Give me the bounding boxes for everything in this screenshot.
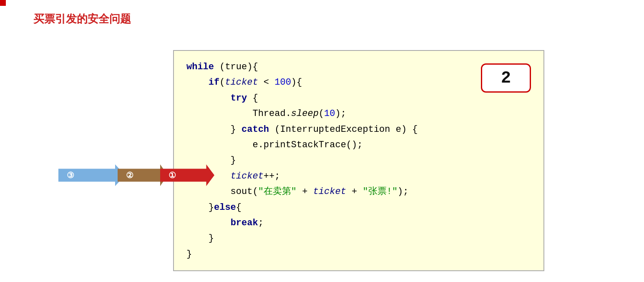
- code-block: 2 while (true){ if(ticket < 100){ try { …: [173, 50, 544, 271]
- arrow-3: ③: [58, 164, 125, 186]
- number-badge: 2: [481, 63, 531, 93]
- page-title: 买票引发的安全问题: [33, 12, 131, 26]
- code-content: while (true){ if(ticket < 100){ try { Th…: [186, 59, 531, 262]
- code-line-4: Thread.sleep(10);: [186, 106, 531, 121]
- code-line-10: }else{: [186, 200, 531, 215]
- code-line-8: ticket++;: [186, 169, 531, 184]
- code-line-1: while (true){: [186, 59, 531, 75]
- arrows-group: ③ ② ①: [58, 163, 207, 188]
- arrow-1: ①: [160, 164, 214, 186]
- code-line-2: if(ticket < 100){: [186, 75, 531, 90]
- code-line-13: }: [186, 247, 531, 262]
- code-line-12: }: [186, 231, 531, 246]
- code-line-11: break;: [186, 215, 531, 231]
- code-line-7: }: [186, 153, 531, 168]
- code-line-3: try {: [186, 91, 531, 106]
- code-line-9: sout("在卖第" + ticket + "张票!");: [186, 184, 531, 199]
- code-line-6: e.printStackTrace();: [186, 137, 531, 153]
- code-line-5: } catch (InterruptedException e) {: [186, 122, 531, 137]
- corner-dot: [0, 0, 6, 6]
